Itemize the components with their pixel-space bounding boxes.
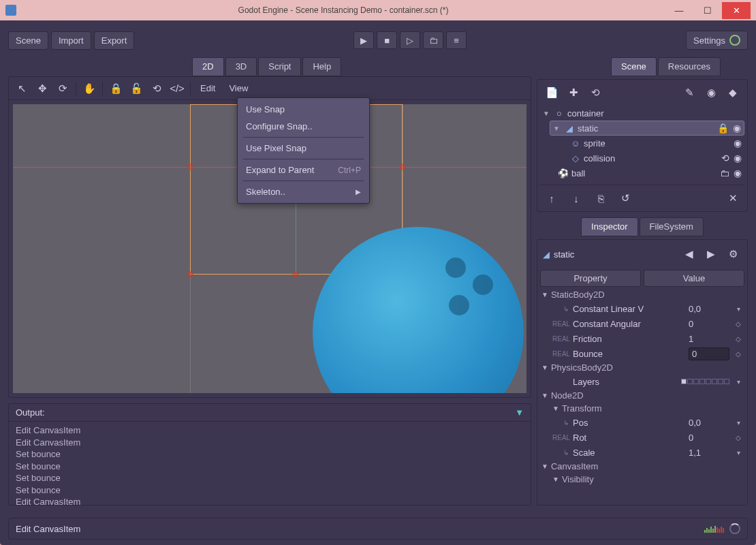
section-visibility[interactable]: ▼Visibility [540, 473, 744, 486]
gear-icon[interactable]: ⚙ [724, 245, 742, 263]
select-tool-icon[interactable]: ↖ [13, 80, 31, 97]
scene-toolbar: 📄 ✚ ⟲ ✎ ◉ ◆ [540, 82, 744, 106]
section-physicsbody2d[interactable]: ▼PhysicsBody2D [540, 361, 744, 374]
scene-menu[interactable]: Scene [8, 31, 48, 50]
move-up-icon[interactable]: ↑ [543, 189, 561, 207]
delete-icon[interactable]: ✕ [724, 189, 742, 207]
code-icon[interactable]: </> [168, 80, 186, 97]
prop-pos[interactable]: ↳Pos0,0▾ [540, 415, 744, 430]
layers-widget[interactable] [681, 379, 729, 384]
scene-tabs: Scene Resources [537, 57, 748, 76]
settings-label: Settings [693, 35, 725, 46]
visibility-icon[interactable]: ◉ [734, 138, 742, 149]
prop-rot[interactable]: REALRot0◇ [540, 430, 744, 445]
prop-friction[interactable]: REALFriction1◇ [540, 331, 744, 346]
app-icon [5, 5, 16, 16]
separator [102, 82, 103, 95]
new-node-icon[interactable]: 📄 [543, 84, 561, 102]
menu-configure-snap[interactable]: Configure Snap.. [238, 118, 369, 135]
tree-node-static[interactable]: ▼ ◢ static 🔒 ◉ [550, 121, 744, 136]
section-canvasitem[interactable]: ▼CanvasItem [540, 460, 744, 473]
reparent-icon[interactable]: ↺ [616, 189, 634, 207]
collapse-icon[interactable]: ▼ [515, 407, 524, 418]
list-button[interactable]: ≡ [446, 31, 467, 49]
view-menu-button[interactable]: View [223, 80, 253, 96]
settings-button[interactable]: Settings [686, 31, 748, 50]
handle-icon[interactable] [187, 272, 193, 278]
handle-icon[interactable] [400, 164, 406, 170]
history-back-icon[interactable]: ◀ [680, 245, 698, 263]
tab-help[interactable]: Help [302, 57, 341, 76]
tab-inspector[interactable]: Inspector [581, 217, 637, 236]
move-tool-icon[interactable]: ✥ [33, 80, 51, 97]
visibility-icon[interactable]: ◉ [733, 123, 741, 134]
script-icon[interactable]: ◆ [724, 84, 742, 102]
pan-tool-icon[interactable]: ✋ [80, 80, 98, 97]
tab-filesystem[interactable]: FileSystem [640, 217, 704, 236]
output-line: Edit CanvasItem [16, 424, 524, 437]
handle-icon[interactable] [187, 164, 193, 170]
history-fwd-icon[interactable]: ▶ [702, 245, 720, 263]
tab-resources[interactable]: Resources [658, 57, 721, 76]
maximize-button[interactable]: ☐ [693, 2, 722, 19]
play-scene-button[interactable]: ▷ [400, 31, 420, 49]
section-node2d[interactable]: ▼Node2D [540, 389, 744, 402]
output-panel: Output: ▼ Edit CanvasItem Edit CanvasIte… [8, 403, 531, 505]
visibility-icon[interactable]: ◉ [734, 168, 742, 178]
menu-separator [243, 137, 364, 138]
tab-2d[interactable]: 2D [192, 57, 224, 76]
lock-icon[interactable]: 🔒 [717, 123, 729, 134]
section-transform[interactable]: ▼Transform [540, 402, 744, 415]
tree-node-collision[interactable]: ◇ collision ⟲ ◉ [567, 151, 744, 166]
menu-use-pixel-snap[interactable]: Use Pixel Snap [238, 140, 369, 157]
play-button[interactable]: ▶ [353, 31, 374, 49]
property-header: Property [540, 270, 641, 287]
rotate-tool-icon[interactable]: ⟳ [54, 80, 72, 97]
stop-button[interactable]: ■ [377, 31, 397, 49]
menu-use-snap[interactable]: Use Snap [238, 101, 369, 118]
lock-icon[interactable]: 🔒 [107, 80, 125, 97]
connect-icon[interactable]: ✎ [680, 84, 698, 102]
window-title: Godot Engine - Scene Instancing Demo - c… [22, 5, 665, 15]
add-node-icon[interactable]: ✚ [565, 84, 582, 102]
tab-3d[interactable]: 3D [225, 57, 257, 76]
import-menu[interactable]: Import [51, 31, 91, 50]
close-button[interactable]: ✕ [722, 2, 751, 19]
move-down-icon[interactable]: ↓ [567, 189, 585, 207]
output-body: Edit CanvasItem Edit CanvasItem Set boun… [9, 422, 531, 505]
prop-scale[interactable]: ↳Scale1,1▾ [540, 445, 744, 460]
titlebar: Godot Engine - Scene Instancing Demo - c… [0, 0, 756, 20]
edit-menu-button[interactable]: Edit [195, 80, 221, 96]
instance-icon[interactable]: ⟲ [586, 84, 604, 102]
tree-node-container[interactable]: ▼ ○ container [540, 106, 744, 121]
duplicate-icon[interactable]: ⎘ [592, 189, 610, 207]
collapse-icon[interactable]: ▼ [553, 125, 561, 132]
menu-skeleton[interactable]: Skeleton.. ▶ [238, 183, 369, 200]
value-header: Value [644, 270, 744, 287]
tree-node-sprite[interactable]: ☺ sprite ◉ [567, 136, 744, 151]
unlock-icon[interactable]: 🔓 [127, 80, 145, 97]
scene-instance-icon[interactable]: 🗀 [720, 168, 729, 178]
prop-layers[interactable]: Layers ▾ [540, 374, 744, 389]
link-icon[interactable]: ⟲ [721, 153, 729, 164]
prop-bounce[interactable]: REALBounce0◇ [540, 346, 744, 361]
link-icon[interactable]: ⟲ [148, 80, 166, 97]
tree-node-ball[interactable]: ⚽ ball 🗀 ◉ [555, 166, 744, 181]
settings-icon [729, 35, 740, 46]
menu-expand-to-parent[interactable]: Expand to Parent Ctrl+P [238, 161, 369, 178]
visibility-icon[interactable]: ◉ [734, 153, 742, 164]
tab-script[interactable]: Script [258, 57, 301, 76]
collapse-icon[interactable]: ▼ [543, 110, 551, 117]
handle-icon[interactable] [293, 272, 299, 278]
output-header: Output: ▼ [9, 404, 531, 422]
tab-scene[interactable]: Scene [611, 57, 657, 76]
minimize-button[interactable]: — [665, 2, 693, 19]
view-tabs: 2D 3D Script Help [8, 57, 531, 76]
export-menu[interactable]: Export [94, 31, 135, 50]
output-line: Set bounce [16, 461, 524, 473]
prop-constant-angular[interactable]: REALConstant Angular0◇ [540, 316, 744, 331]
section-staticbody2d[interactable]: ▼StaticBody2D [540, 288, 744, 301]
groups-icon[interactable]: ◉ [702, 84, 720, 102]
folder-button[interactable]: 🗀 [423, 31, 443, 49]
prop-constant-linear[interactable]: ↳Constant Linear V0,0▾ [540, 301, 744, 316]
